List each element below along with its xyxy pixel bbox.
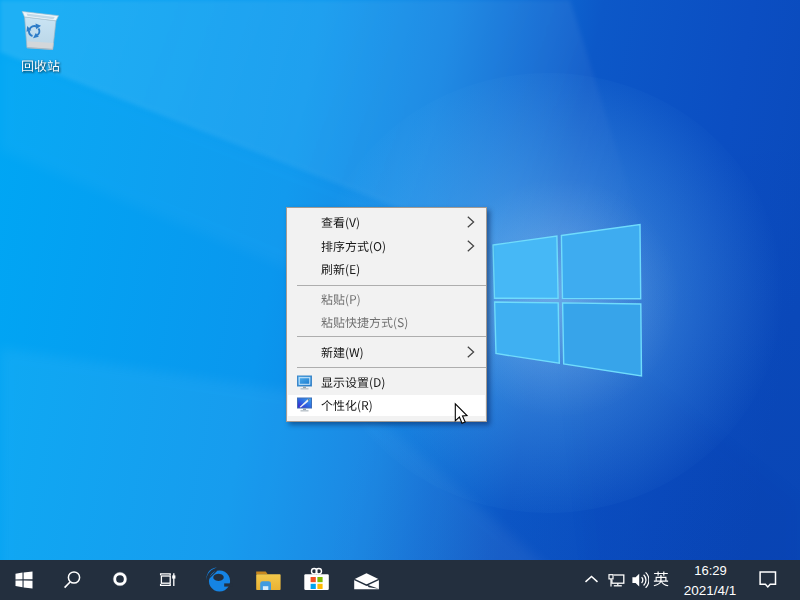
- svg-text:2021/4/1: 2021/4/1: [684, 583, 737, 598]
- svg-text:16:29: 16:29: [694, 563, 727, 578]
